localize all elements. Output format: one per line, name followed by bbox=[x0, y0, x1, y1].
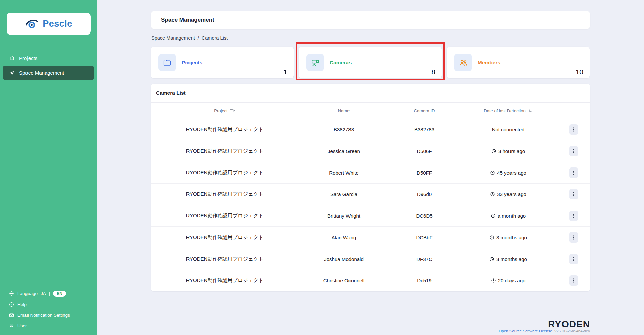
cell-project: RYODEN動作確認用プロジェクト bbox=[151, 191, 299, 197]
cell-camera-id: DCBbF bbox=[389, 234, 460, 240]
cell-actions bbox=[557, 146, 590, 156]
row-menu-button[interactable] bbox=[569, 189, 578, 199]
cell-actions bbox=[557, 189, 590, 199]
stat-label: Projects bbox=[182, 60, 202, 66]
table-row: RYODEN動作確認用プロジェクトRobert WhiteD50FF45 yea… bbox=[151, 162, 590, 184]
cell-project: RYODEN動作確認用プロジェクト bbox=[151, 148, 299, 154]
kebab-icon bbox=[571, 278, 576, 283]
language-option-en[interactable]: EN bbox=[53, 291, 66, 297]
row-menu-button[interactable] bbox=[569, 124, 578, 135]
page-footer: RYODEN Open Source Software License v25.… bbox=[499, 319, 590, 333]
cell-project: RYODEN動作確認用プロジェクト bbox=[151, 277, 299, 284]
members-icon bbox=[459, 58, 468, 67]
sidebar-item-label: Space Management bbox=[19, 70, 64, 76]
cell-last-detection: 45 years ago bbox=[460, 170, 557, 176]
kebab-icon bbox=[571, 148, 576, 154]
email-notification-settings-link[interactable]: Email Notification Settings bbox=[9, 311, 70, 319]
cell-project: RYODEN動作確認用プロジェクト bbox=[151, 234, 299, 241]
row-menu-button[interactable] bbox=[569, 275, 578, 286]
row-menu-button[interactable] bbox=[569, 232, 578, 243]
page-title: Space Management bbox=[161, 17, 214, 23]
clock-icon bbox=[490, 192, 495, 197]
column-label: Name bbox=[338, 108, 350, 113]
camera-list-title: Camera List bbox=[151, 84, 590, 103]
column-header-name: Name bbox=[299, 108, 389, 113]
cell-name: Brittany Wright bbox=[299, 213, 389, 219]
sidebar-footer: Language JA | EN ? Help Email Notificati… bbox=[9, 290, 70, 330]
cameras-stat-card[interactable]: Cameras 8 bbox=[299, 47, 442, 78]
projects-stat-card[interactable]: Projects 1 bbox=[151, 47, 294, 78]
open-source-license-link[interactable]: Open Source Software License bbox=[499, 329, 552, 333]
ryoden-logo: RYODEN bbox=[548, 319, 590, 329]
column-header-project[interactable]: Project bbox=[151, 108, 299, 113]
user-label: User bbox=[17, 323, 27, 328]
table-row: RYODEN動作確認用プロジェクトJessica GreenD506F3 hou… bbox=[151, 140, 590, 162]
last-detection-text: 45 years ago bbox=[497, 170, 526, 176]
cell-last-detection: Not connected bbox=[460, 127, 557, 132]
cell-name: B382783 bbox=[299, 127, 389, 132]
camera-table-body: RYODEN動作確認用プロジェクトB382783B382783Not conne… bbox=[151, 119, 590, 291]
column-header-last-detection[interactable]: Date of last Detection bbox=[460, 108, 557, 113]
cell-actions bbox=[557, 232, 590, 243]
language-separator: | bbox=[49, 291, 50, 296]
row-menu-button[interactable] bbox=[569, 254, 578, 264]
table-row: RYODEN動作確認用プロジェクトB382783B382783Not conne… bbox=[151, 119, 590, 140]
sidebar-item-space-management[interactable]: Space Management bbox=[3, 66, 94, 80]
kebab-icon bbox=[571, 213, 576, 219]
clock-icon bbox=[489, 257, 494, 262]
cell-last-detection: 3 months ago bbox=[460, 234, 557, 240]
kebab-icon bbox=[571, 234, 576, 240]
camera-chip bbox=[306, 54, 324, 71]
column-header-camera-id: Camera ID bbox=[389, 108, 460, 113]
table-row: RYODEN動作確認用プロジェクトBrittany WrightDC6D5a m… bbox=[151, 205, 590, 227]
language-option-ja[interactable]: JA bbox=[41, 291, 46, 296]
cell-camera-id: D96d0 bbox=[389, 191, 460, 197]
cell-name: Jessica Green bbox=[299, 148, 389, 154]
cell-last-detection: 20 days ago bbox=[460, 278, 557, 283]
stat-count: 10 bbox=[576, 68, 583, 76]
clock-icon bbox=[491, 213, 496, 218]
stat-count: 8 bbox=[431, 68, 435, 76]
cell-name: Alan Wang bbox=[299, 234, 389, 240]
row-menu-button[interactable] bbox=[569, 146, 578, 156]
folder-chip bbox=[158, 54, 176, 71]
last-detection-text: 3 hours ago bbox=[498, 148, 525, 154]
sidebar-item-projects[interactable]: Projects bbox=[3, 51, 94, 65]
breadcrumb-camera-list: Camera List bbox=[202, 35, 228, 41]
sort-updown-icon bbox=[528, 108, 533, 113]
camera-list-card: Camera List Project Name Camera ID Date … bbox=[151, 84, 590, 291]
row-menu-button[interactable] bbox=[569, 168, 578, 178]
stat-label: Cameras bbox=[330, 60, 352, 66]
app-logo-text: Pescle bbox=[43, 19, 72, 29]
column-label: Date of last Detection bbox=[484, 108, 525, 113]
language-row: Language JA | EN bbox=[9, 290, 70, 297]
gear-icon bbox=[9, 70, 15, 76]
members-stat-card[interactable]: Members 10 bbox=[447, 47, 590, 78]
language-label: Language bbox=[17, 291, 38, 296]
cell-actions bbox=[557, 254, 590, 264]
help-link[interactable]: ? Help bbox=[9, 300, 70, 308]
stat-cards: Projects 1 Cameras 8 bbox=[151, 47, 590, 78]
cell-name: Sara Garcia bbox=[299, 191, 389, 197]
cell-name: Robert White bbox=[299, 170, 389, 176]
last-detection-text: 33 years ago bbox=[497, 191, 526, 197]
stat-count: 1 bbox=[283, 68, 287, 76]
cell-actions bbox=[557, 168, 590, 178]
clock-icon bbox=[491, 149, 496, 154]
page-header: Space Management bbox=[151, 11, 590, 29]
cell-camera-id: D506F bbox=[389, 148, 460, 154]
clock-icon bbox=[490, 170, 495, 175]
home-icon bbox=[9, 55, 15, 61]
breadcrumb: Space Management / Camera List bbox=[151, 35, 228, 41]
breadcrumb-space-management[interactable]: Space Management bbox=[151, 35, 195, 41]
svg-text:?: ? bbox=[11, 303, 12, 306]
row-menu-button[interactable] bbox=[569, 211, 578, 221]
cell-project: RYODEN動作確認用プロジェクト bbox=[151, 170, 299, 176]
cell-camera-id: D50FF bbox=[389, 170, 460, 176]
sort-icon bbox=[230, 108, 235, 113]
cell-project: RYODEN動作確認用プロジェクト bbox=[151, 256, 299, 262]
app-logo[interactable]: Pescle bbox=[7, 13, 91, 35]
members-chip bbox=[454, 54, 472, 71]
user-link[interactable]: User bbox=[9, 322, 70, 330]
table-header: Project Name Camera ID Date of last Dete… bbox=[151, 103, 590, 119]
